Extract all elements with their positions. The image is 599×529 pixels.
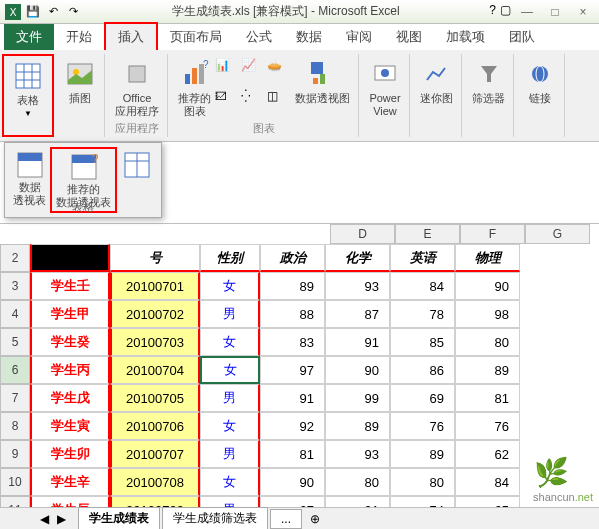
header-id[interactable]: 号: [110, 244, 200, 272]
cell-score[interactable]: 80: [455, 328, 520, 356]
cell-score[interactable]: 97: [260, 356, 325, 384]
cell-score[interactable]: 81: [455, 384, 520, 412]
office-apps-button[interactable]: Office 应用程序: [113, 56, 161, 120]
sparkline-button[interactable]: 迷你图: [418, 56, 455, 107]
cell-score[interactable]: 83: [260, 328, 325, 356]
cell-name[interactable]: 学生丙: [30, 356, 110, 384]
cell-score[interactable]: 90: [325, 356, 390, 384]
sheet-nav-prev-icon[interactable]: ◀: [40, 512, 49, 526]
powerview-button[interactable]: Power View: [367, 56, 403, 120]
cell-score[interactable]: 78: [390, 300, 455, 328]
row-header[interactable]: 10: [0, 468, 30, 496]
cell-score[interactable]: 76: [390, 412, 455, 440]
tab-file[interactable]: 文件: [4, 24, 54, 50]
col-header-g[interactable]: G: [525, 224, 590, 244]
ribbon-collapse-icon[interactable]: ▢: [500, 3, 511, 21]
cell-score[interactable]: 76: [455, 412, 520, 440]
cell-score[interactable]: 69: [390, 384, 455, 412]
tab-review[interactable]: 审阅: [334, 24, 384, 50]
cell-name[interactable]: 学生寅: [30, 412, 110, 440]
other-chart-icon[interactable]: ◫: [267, 89, 291, 118]
col-header-f[interactable]: F: [460, 224, 525, 244]
row-header[interactable]: 8: [0, 412, 30, 440]
cell-gender[interactable]: 女: [200, 328, 260, 356]
cell-score[interactable]: 88: [260, 300, 325, 328]
tab-pagelayout[interactable]: 页面布局: [158, 24, 234, 50]
cell-score[interactable]: 92: [260, 412, 325, 440]
row-header-2[interactable]: 2: [0, 244, 30, 272]
tab-data[interactable]: 数据: [284, 24, 334, 50]
new-sheet-icon[interactable]: ⊕: [310, 512, 320, 526]
sheet-tab-other[interactable]: 学生成绩筛选表: [162, 507, 268, 529]
row-header[interactable]: 5: [0, 328, 30, 356]
tab-view[interactable]: 视图: [384, 24, 434, 50]
cell-score[interactable]: 90: [260, 468, 325, 496]
col-header-d[interactable]: D: [330, 224, 395, 244]
help-icon[interactable]: ?: [489, 3, 496, 21]
cell-name[interactable]: 学生甲: [30, 300, 110, 328]
cell-id[interactable]: 20100704: [110, 356, 200, 384]
cell-name[interactable]: 学生壬: [30, 272, 110, 300]
cell-score[interactable]: 81: [260, 440, 325, 468]
row-header[interactable]: 7: [0, 384, 30, 412]
scatter-chart-icon[interactable]: ⁛: [241, 89, 265, 118]
cell-score[interactable]: 85: [390, 328, 455, 356]
pie-chart-icon[interactable]: 🥧: [267, 58, 291, 87]
cell-score[interactable]: 89: [325, 412, 390, 440]
cell-gender[interactable]: 女: [200, 468, 260, 496]
cell-score[interactable]: 90: [455, 272, 520, 300]
cell-name[interactable]: 学生卯: [30, 440, 110, 468]
cell-score[interactable]: 86: [390, 356, 455, 384]
cell-id[interactable]: 20100707: [110, 440, 200, 468]
cell-score[interactable]: 80: [390, 468, 455, 496]
header-gender[interactable]: 性别: [200, 244, 260, 272]
cell-score[interactable]: 89: [455, 356, 520, 384]
cell-score[interactable]: 84: [390, 272, 455, 300]
cell-score[interactable]: 89: [390, 440, 455, 468]
rec-charts-button[interactable]: ? 推荐的 图表: [176, 56, 213, 120]
cell-gender[interactable]: 男: [200, 384, 260, 412]
header-politics[interactable]: 政治: [260, 244, 325, 272]
cell-score[interactable]: 93: [325, 440, 390, 468]
cell-score[interactable]: 89: [260, 272, 325, 300]
line-chart-icon[interactable]: 📈: [241, 58, 265, 87]
tab-home[interactable]: 开始: [54, 24, 104, 50]
cell-gender[interactable]: 男: [200, 300, 260, 328]
cell-gender[interactable]: 男: [200, 440, 260, 468]
cell-gender[interactable]: 女: [200, 356, 260, 384]
cell-score[interactable]: 99: [325, 384, 390, 412]
pivot-table-button[interactable]: 数据 透视表: [9, 147, 50, 213]
header-physics[interactable]: 物理: [455, 244, 520, 272]
cell-name[interactable]: 学生癸: [30, 328, 110, 356]
link-button[interactable]: 链接: [522, 56, 558, 107]
cell-score[interactable]: 62: [455, 440, 520, 468]
cell-name[interactable]: 学生戊: [30, 384, 110, 412]
filter-button[interactable]: 筛选器: [470, 56, 507, 107]
undo-icon[interactable]: ↶: [44, 3, 62, 21]
cell-gender[interactable]: 女: [200, 412, 260, 440]
cell-score[interactable]: 93: [325, 272, 390, 300]
col-header-e[interactable]: E: [395, 224, 460, 244]
cell-id[interactable]: 20100706: [110, 412, 200, 440]
row-header[interactable]: 4: [0, 300, 30, 328]
cell-id[interactable]: 20100702: [110, 300, 200, 328]
save-icon[interactable]: 💾: [24, 3, 42, 21]
cell-score[interactable]: 80: [325, 468, 390, 496]
header-name[interactable]: [30, 244, 110, 272]
minimize-button[interactable]: —: [515, 3, 539, 21]
cell-id[interactable]: 20100703: [110, 328, 200, 356]
cell-score[interactable]: 87: [325, 300, 390, 328]
header-chemistry[interactable]: 化学: [325, 244, 390, 272]
cell-id[interactable]: 20100701: [110, 272, 200, 300]
table-button[interactable]: 表格 ▼: [10, 58, 46, 120]
bar-chart-icon[interactable]: 📊: [215, 58, 239, 87]
cell-score[interactable]: 91: [260, 384, 325, 412]
header-english[interactable]: 英语: [390, 244, 455, 272]
cell-score[interactable]: 84: [455, 468, 520, 496]
redo-icon[interactable]: ↷: [64, 3, 82, 21]
tab-insert[interactable]: 插入: [104, 22, 158, 50]
row-header[interactable]: 6: [0, 356, 30, 384]
sheet-nav-next-icon[interactable]: ▶: [57, 512, 66, 526]
cell-id[interactable]: 20100708: [110, 468, 200, 496]
close-button[interactable]: ×: [571, 3, 595, 21]
